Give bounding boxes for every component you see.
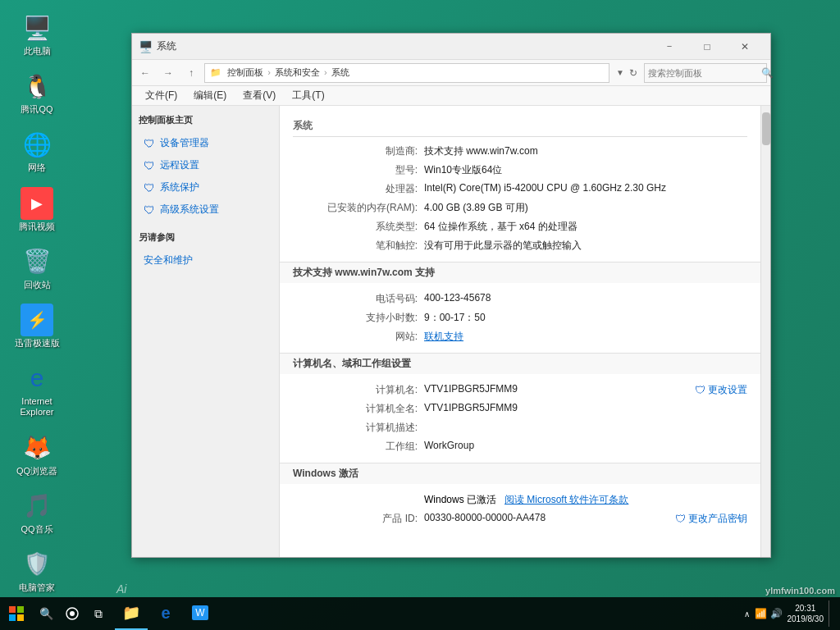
- label-product-id: 产品 ID:: [293, 512, 424, 526]
- task-view-button[interactable]: ⧉: [85, 597, 112, 630]
- label-processor: 处理器:: [293, 182, 424, 196]
- xunlei-label: 迅雷极速版: [15, 338, 60, 349]
- file-explorer-icon: 📁: [122, 604, 140, 622]
- info-row-activation: Windows 已激活 阅读 Microsoft 软件许可条款: [293, 491, 747, 509]
- license-link[interactable]: 阅读 Microsoft 软件许可条款: [504, 494, 628, 505]
- info-row-website: 网站: 联机支持: [293, 327, 747, 346]
- breadcrumb-text: 📁 控制面板 › 系统和安全 › 系统: [210, 66, 349, 79]
- value-workgroup: WorkGroup: [424, 440, 747, 451]
- sidebar-link-security[interactable]: 安全和维护: [139, 250, 272, 271]
- sidebar-label-advanced: 高级系统设置: [160, 203, 219, 217]
- taskbar-ie[interactable]: e: [149, 597, 182, 630]
- qq-browser-icon: 🦊: [21, 431, 53, 464]
- desktop-icon-xunlei[interactable]: ⚡ 迅雷极速版: [8, 300, 66, 352]
- menu-view[interactable]: 查看(V): [236, 87, 282, 104]
- label-pen-touch: 笔和触控:: [293, 239, 424, 253]
- desktop-icon-tencent-qq[interactable]: 🐧 腾讯QQ: [8, 66, 66, 118]
- taskbar-office[interactable]: W: [184, 597, 217, 630]
- sidebar-link-device-manager[interactable]: 🛡 设备管理器: [139, 133, 272, 153]
- svg-rect-0: [9, 606, 16, 613]
- watermark: ylmfwin100.com: [765, 586, 835, 596]
- maximize-button[interactable]: □: [688, 34, 726, 60]
- change-settings-link[interactable]: 🛡 更改设置: [695, 383, 747, 397]
- label-model: 型号:: [293, 163, 424, 177]
- taskbar-clock[interactable]: 20:31 2019/8/30: [788, 603, 824, 624]
- sidebar-label-device-manager: 设备管理器: [160, 136, 209, 150]
- dropdown-button[interactable]: ▼: [614, 63, 626, 83]
- system-window: 🖥️ 系统 － □ ✕ ← → ↑ 📁 控制面板 › 系统和安全 › 系统: [131, 33, 771, 558]
- value-activation: Windows 已激活 阅读 Microsoft 软件许可条款: [424, 493, 628, 507]
- cortana-button[interactable]: [59, 597, 85, 630]
- taskbar-pinned-items: 📁 e W: [112, 597, 737, 630]
- start-button[interactable]: [0, 597, 33, 630]
- close-button[interactable]: ✕: [726, 34, 764, 60]
- value-website[interactable]: 联机支持: [424, 330, 747, 344]
- menu-tools[interactable]: 工具(T): [285, 87, 331, 104]
- scrollbar-thumb[interactable]: [762, 112, 770, 145]
- forward-button[interactable]: →: [158, 63, 178, 83]
- tencent-video-icon: ▶: [21, 187, 53, 220]
- sidebar-related-title: 另请参阅: [139, 230, 272, 245]
- info-row-computer-name: 计算机名: VTV1IPBGR5JFMM9 🛡 更改设置: [293, 381, 747, 399]
- ai-label: Ai: [116, 582, 126, 596]
- sidebar: 控制面板主页 🛡 设备管理器 🛡 远程设置 🛡 系统保护 🛡 高级系统设置: [132, 106, 280, 557]
- desktop-icon-pc-manager[interactable]: 🛡️ 电脑管家: [8, 545, 66, 596]
- sidebar-link-remote[interactable]: 🛡 远程设置: [139, 155, 272, 176]
- taskbar-file-explorer[interactable]: 📁: [115, 597, 148, 630]
- label-support-hours: 支持小时数:: [293, 311, 424, 325]
- value-product-id: 00330-80000-00000-AA478: [424, 512, 675, 523]
- desktop-icon-qq-music[interactable]: 🎵 QQ音乐: [8, 486, 66, 538]
- taskbar: 🔍 ⧉ 📁 e W ∧ 📶 🔊: [0, 597, 840, 630]
- network-icon: 🌐: [21, 128, 53, 161]
- minimize-button[interactable]: －: [651, 34, 688, 60]
- desktop-icon-network[interactable]: 🌐 网络: [8, 125, 66, 176]
- menu-edit[interactable]: 编辑(E): [187, 87, 233, 104]
- network-label: 网络: [28, 162, 46, 173]
- tray-up-arrow-icon[interactable]: ∧: [744, 609, 750, 619]
- taskbar-tray: ∧ 📶 🔊 20:31 2019/8/30: [737, 600, 841, 627]
- shield-icon-protection: 🛡: [144, 181, 155, 194]
- shield-icon-device: 🛡: [144, 137, 155, 150]
- sidebar-link-advanced[interactable]: 🛡 高级系统设置: [139, 199, 272, 220]
- search-taskbar-button[interactable]: 🔍: [33, 597, 59, 630]
- desktop-icon-qq-browser[interactable]: 🦊 QQ浏览器: [8, 428, 66, 480]
- value-phone: 400-123-45678: [424, 292, 747, 304]
- shield-icon-advanced: 🛡: [144, 203, 155, 217]
- value-manufacturer: 技术支持 www.win7w.com: [424, 144, 747, 158]
- scrollbar[interactable]: [760, 106, 770, 557]
- computer-section-header-bar: 计算机名、域和工作组设置: [280, 353, 760, 374]
- back-button[interactable]: ←: [135, 63, 155, 83]
- change-product-key-link[interactable]: 🛡 更改产品密钥: [675, 512, 747, 526]
- search-box[interactable]: 🔍: [644, 63, 767, 83]
- label-computer-desc: 计算机描述:: [293, 421, 424, 435]
- qq-music-label: QQ音乐: [21, 524, 52, 535]
- sidebar-link-protection[interactable]: 🛡 系统保护: [139, 177, 272, 198]
- address-bar: ← → ↑ 📁 控制面板 › 系统和安全 › 系统 ▼ ↻ 🔍: [132, 60, 770, 86]
- desktop-icon-ie[interactable]: e Internet Explorer: [8, 358, 66, 421]
- value-computer-name: VTV1IPBGR5JFMM9: [424, 383, 695, 395]
- refresh-button[interactable]: ↻: [628, 63, 639, 83]
- pc-manager-icon: 🛡️: [21, 548, 53, 581]
- label-website: 网站:: [293, 330, 424, 344]
- system-info-section: 系统 制造商: 技术支持 www.win7w.com 型号: Win10专业版6…: [280, 106, 760, 262]
- svg-rect-1: [17, 606, 24, 613]
- menu-file[interactable]: 文件(F): [139, 87, 184, 104]
- main-panel: 系统 制造商: 技术支持 www.win7w.com 型号: Win10专业版6…: [280, 106, 760, 557]
- show-desktop-button[interactable]: [829, 600, 833, 627]
- info-row-product-id: 产品 ID: 00330-80000-00000-AA478 🛡 更改产品密钥: [293, 509, 747, 528]
- info-row-processor: 处理器: Intel(R) Core(TM) i5-4200U CPU @ 1.…: [293, 180, 747, 199]
- value-processor: Intel(R) Core(TM) i5-4200U CPU @ 1.60GHz…: [424, 182, 747, 194]
- breadcrumb[interactable]: 📁 控制面板 › 系统和安全 › 系统: [204, 63, 609, 83]
- volume-tray-icon: 🔊: [770, 608, 783, 619]
- label-system-type: 系统类型:: [293, 220, 424, 234]
- search-input[interactable]: [648, 68, 761, 78]
- sidebar-label-security: 安全和维护: [144, 253, 193, 267]
- desktop-icon-tencent-video[interactable]: ▶ 腾讯视频: [8, 184, 66, 235]
- windows-section-title: Windows 激活: [293, 468, 358, 479]
- recycle-bin-icon: 🗑️: [21, 245, 53, 278]
- desktop-icon-recycle-bin[interactable]: 🗑️ 回收站: [8, 242, 66, 294]
- desktop-icons-container: 🖥️ 此电脑 🐧 腾讯QQ 🌐 网络 ▶ 腾讯视频 🗑️ 回收站 ⚡ 迅雷极速版…: [8, 8, 66, 596]
- desktop-icon-this-pc[interactable]: 🖥️ 此电脑: [8, 8, 66, 60]
- info-row-model: 型号: Win10专业版64位: [293, 161, 747, 180]
- up-button[interactable]: ↑: [181, 63, 201, 83]
